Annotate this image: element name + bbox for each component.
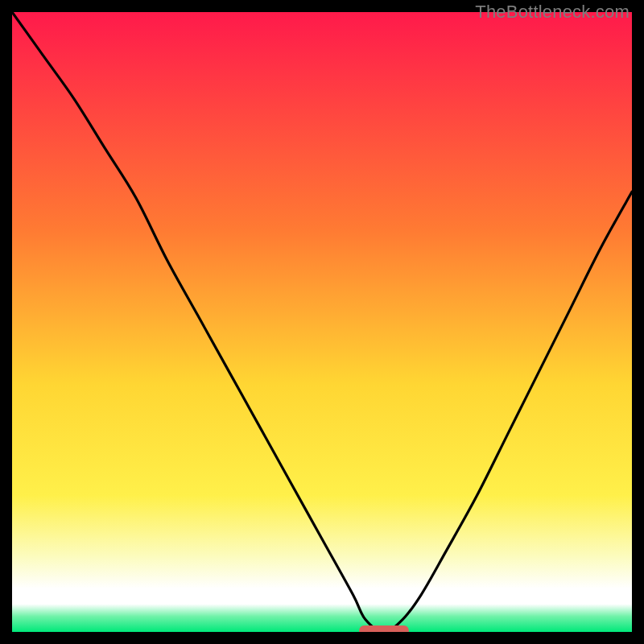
- chart-frame: [12, 12, 632, 632]
- bottleneck-plot: [12, 12, 632, 632]
- optimal-marker: [359, 625, 409, 632]
- watermark-text: TheBottleneck.com: [475, 2, 630, 23]
